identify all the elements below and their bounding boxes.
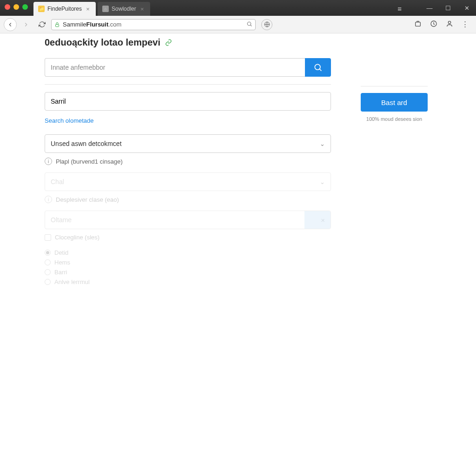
radio-icon	[45, 269, 51, 275]
arrow-left-icon	[7, 21, 13, 28]
browser-tabs: 📁 FindePuitores × ⌂ Sowlodler ×	[33, 2, 150, 16]
back-button[interactable]	[4, 18, 17, 31]
select-value: Unsed aswn detcokmcet	[51, 140, 122, 147]
tab-label: Sowlodler	[112, 6, 136, 12]
hint-1: i Plapl (burvend1 cinsage)	[45, 158, 331, 165]
url-text: SammileFlursuit.com	[63, 21, 121, 28]
downloads-icon[interactable]	[430, 20, 437, 29]
arrow-right-icon	[23, 21, 29, 28]
close-button[interactable]: ✕	[457, 0, 476, 16]
info-icon: i	[45, 196, 52, 203]
search-in-url-icon[interactable]	[246, 21, 252, 28]
globe-icon	[264, 21, 270, 27]
close-window-dot[interactable]	[5, 4, 10, 10]
reload-icon	[39, 21, 46, 28]
radio-option[interactable]: Detid	[45, 249, 331, 256]
radio-icon	[45, 250, 51, 256]
text-input-1[interactable]	[51, 98, 325, 105]
radio-icon	[45, 279, 51, 285]
tab-label: FindePuitores	[47, 6, 82, 12]
radio-option[interactable]: Anlve lerrmul	[45, 278, 331, 285]
minimize-button[interactable]: —	[420, 0, 439, 16]
minimize-window-dot[interactable]	[13, 4, 19, 10]
clear-icon[interactable]: ×	[321, 216, 325, 224]
forward-button[interactable]	[20, 18, 33, 31]
url-field[interactable]: SammileFlursuit.com	[51, 19, 256, 30]
svg-rect-3	[416, 22, 421, 26]
select-placeholder: Chal	[51, 178, 64, 185]
extensions-icon[interactable]	[414, 20, 422, 29]
close-icon[interactable]: ×	[139, 6, 145, 12]
svg-point-5	[448, 21, 450, 24]
info-icon: i	[45, 158, 52, 165]
translate-button[interactable]	[261, 19, 272, 30]
search-row	[45, 58, 331, 77]
titlebar: 📁 FindePuitores × ⌂ Sowlodler × ≡ — ☐ ✕	[0, 0, 476, 16]
sidebar-column: Bast ard 100% moud desees sion	[361, 58, 428, 288]
cta-subtext: 100% moud desees sion	[361, 116, 428, 122]
divider	[361, 86, 428, 86]
form-column: Search olometade Unsed aswn detcokmcet ⌄…	[45, 58, 331, 288]
home-icon: ⌂	[102, 6, 109, 12]
browser-tab-inactive[interactable]: ⌂ Sowlodler ×	[98, 2, 150, 16]
menu-icon[interactable]: ⋮	[462, 20, 469, 29]
radio-icon	[45, 259, 51, 265]
checkbox-label: Clocegline (sles)	[55, 234, 99, 241]
maximize-window-dot[interactable]	[22, 4, 28, 10]
folder-icon: 📁	[38, 6, 45, 12]
restore-button[interactable]: ☐	[439, 0, 457, 16]
main-search-input[interactable]	[45, 58, 305, 77]
chevron-down-icon: ⌄	[320, 178, 325, 185]
magnifier-icon	[246, 21, 252, 27]
radio-option[interactable]: Hems	[45, 259, 331, 266]
svg-point-1	[247, 22, 251, 26]
divider	[45, 84, 331, 85]
autocomplete-link[interactable]: Search olometade	[45, 117, 94, 124]
address-bar: SammileFlursuit.com ⋮	[0, 16, 476, 33]
browser-tab-active[interactable]: 📁 FindePuitores ×	[33, 2, 96, 16]
text-field-1[interactable]	[45, 92, 331, 111]
lock-icon	[54, 22, 60, 27]
hint-2: i Desplesiver clase (eao)	[45, 196, 331, 203]
close-icon[interactable]: ×	[85, 6, 91, 12]
hamburger-icon[interactable]: ≡	[397, 5, 402, 13]
traffic-lights	[5, 4, 28, 10]
text-field-2[interactable]: Oltame ×	[45, 211, 331, 229]
chevron-down-icon: ⌄	[320, 140, 325, 147]
svg-point-6	[315, 64, 320, 70]
select-field-1[interactable]: Unsed aswn detcokmcet ⌄	[45, 134, 331, 153]
toolbar-right: ⋮	[414, 20, 472, 29]
primary-cta-button[interactable]: Bast ard	[361, 93, 428, 112]
checkbox-row[interactable]: Clocegline (sles)	[45, 234, 331, 241]
reload-button[interactable]	[35, 18, 48, 31]
page-title: 0eduoąckity lotao lempevi	[45, 37, 431, 48]
search-button[interactable]	[305, 58, 331, 77]
link-icon	[165, 39, 172, 46]
magnifier-icon	[313, 63, 323, 72]
page-content: 0eduoąckity lotao lempevi Search olometa…	[0, 33, 476, 288]
profile-icon[interactable]	[446, 20, 453, 29]
window-controls: — ☐ ✕	[420, 0, 476, 16]
text-placeholder: Oltame	[51, 216, 72, 224]
svg-rect-0	[56, 24, 59, 26]
checkbox-icon[interactable]	[45, 234, 51, 241]
select-field-2[interactable]: Chal ⌄	[45, 172, 331, 191]
radio-option[interactable]: Barri	[45, 269, 331, 276]
radio-group: Detid Hems Barri Anlve lerrmul	[45, 249, 331, 285]
